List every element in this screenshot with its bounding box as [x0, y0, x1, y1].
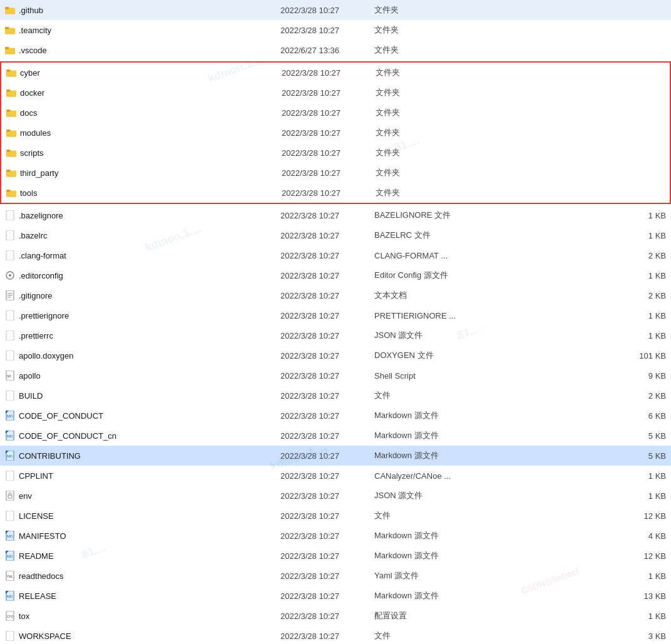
file-icon	[5, 210, 15, 220]
list-item[interactable]: env 2022/3/28 10:27 JSON 源文件 1 KB	[0, 486, 671, 506]
svg-rect-67	[6, 471, 14, 481]
list-item[interactable]: modules 2022/3/28 10:27 文件夹	[1, 123, 670, 143]
file-type: 文件	[374, 510, 616, 521]
list-item[interactable]: CPPLINT 2022/3/28 10:27 CANalyzer/CANoe …	[0, 466, 671, 486]
file-size: 1 KB	[616, 271, 666, 280]
list-item[interactable]: BUILD 2022/3/28 10:27 文件 2 KB	[0, 386, 671, 406]
file-date: 2022/3/28 10:27	[280, 311, 374, 320]
file-size: 2 KB	[616, 251, 666, 260]
svg-rect-31	[6, 150, 10, 151]
list-item[interactable]: LICENSE 2022/3/28 10:27 文件 12 KB	[0, 506, 671, 526]
list-item[interactable]: .github 2022/3/28 10:27 文件夹	[0, 0, 671, 20]
file-date: 2022/3/28 10:27	[280, 371, 374, 381]
file-size: 2 KB	[616, 291, 666, 300]
list-item[interactable]: WORKSPACE 2022/3/28 10:27 文件 3 KB	[0, 626, 671, 644]
file-name: LICENSE	[5, 511, 280, 521]
file-date: 2022/3/28 10:27	[280, 391, 374, 401]
file-type: 配置设置	[374, 610, 616, 621]
list-item[interactable]: .clang-format 2022/3/28 10:27 CLANG-FORM…	[0, 245, 671, 265]
svg-text:MD: MD	[7, 434, 13, 438]
list-item[interactable]: third_party 2022/3/28 10:27 文件夹	[1, 163, 670, 183]
svg-text:MD: MD	[7, 595, 13, 598]
file-size: 1 KB	[616, 471, 666, 481]
file-date: 2022/3/28 10:27	[280, 531, 374, 541]
folder-icon	[6, 128, 16, 138]
file-type: JSON 源文件	[374, 330, 616, 341]
file-size: 4 KB	[616, 531, 666, 541]
folder-icon	[6, 108, 16, 118]
file-type: BAZELIGNORE 文件	[374, 210, 616, 221]
file-name: MD MANIFESTO	[5, 531, 280, 541]
file-type: 文件夹	[374, 44, 616, 56]
svg-rect-70	[6, 511, 14, 521]
file-date: 2022/3/28 10:27	[280, 26, 374, 35]
file-name: scripts	[6, 148, 282, 158]
folder-icon	[5, 45, 15, 55]
file-name: .gitignore	[5, 290, 280, 300]
file-icon	[5, 310, 15, 320]
markdown-icon: MD	[5, 411, 15, 421]
svg-rect-42	[6, 250, 14, 260]
file-date: 2022/6/27 13:36	[280, 46, 374, 55]
list-item[interactable]: tools 2022/3/28 10:27 文件夹	[1, 183, 670, 203]
list-item[interactable]: MD RELEASE 2022/3/28 10:27 Markdown 源文件 …	[0, 586, 671, 606]
list-item[interactable]: CFG tox 2022/3/28 10:27 配置设置 1 KB	[0, 606, 671, 626]
list-item[interactable]: .editorconfig 2022/3/28 10:27 Editor Con…	[0, 265, 671, 285]
file-name: MD CODE_OF_CONDUCT_cn	[5, 431, 280, 441]
file-type: Markdown 源文件	[374, 430, 616, 441]
list-item[interactable]: .teamcity 2022/3/28 10:27 文件夹	[0, 20, 671, 40]
list-item[interactable]: MD CODE_OF_CONDUCT_cn 2022/3/28 10:27 Ma…	[0, 426, 671, 446]
file-size: 1 KB	[616, 611, 666, 621]
file-date: 2022/3/28 10:27	[280, 451, 374, 461]
file-name: tools	[6, 188, 282, 198]
file-date: 2022/3/28 10:27	[282, 168, 376, 178]
file-date: 2022/3/28 10:27	[280, 351, 374, 360]
list-item[interactable]: .bazelignore 2022/3/28 10:27 BAZELIGNORE…	[0, 205, 671, 225]
list-item[interactable]: MD README 2022/3/28 10:27 Markdown 源文件 1…	[0, 546, 671, 566]
file-date: 2022/3/28 10:27	[280, 471, 374, 481]
file-type: 文件夹	[376, 167, 615, 178]
file-size: 5 KB	[616, 451, 666, 461]
list-item[interactable]: MD CONTRIBUTING 2022/3/28 10:27 Markdown…	[0, 446, 671, 466]
svg-text:MD: MD	[7, 414, 13, 418]
list-item[interactable]: SH apollo 2022/3/28 10:27 Shell Script 9…	[0, 365, 671, 386]
file-type: 文件夹	[376, 107, 615, 118]
list-item[interactable]: .prettierrc 2022/3/28 10:27 JSON 源文件 1 K…	[0, 325, 671, 345]
file-type: CLANG-FORMAT ...	[374, 251, 616, 260]
folder-icon	[6, 68, 16, 78]
file-size: 101 KB	[616, 351, 666, 360]
file-icon	[5, 511, 15, 521]
file-name: third_party	[6, 168, 282, 178]
list-item[interactable]: YML readthedocs 2022/3/28 10:27 Yaml 源文件…	[0, 566, 671, 586]
file-date: 2022/3/28 10:27	[280, 431, 374, 441]
list-item[interactable]: .prettierignore 2022/3/28 10:27 PRETTIER…	[0, 305, 671, 325]
list-item[interactable]: MD MANIFESTO 2022/3/28 10:27 Markdown 源文…	[0, 526, 671, 546]
list-item[interactable]: .vscode 2022/6/27 13:36 文件夹	[0, 40, 671, 60]
list-item[interactable]: apollo.doxygen 2022/3/28 10:27 DOXYGEN 文…	[0, 345, 671, 365]
list-item[interactable]: docker 2022/3/28 10:27 文件夹	[1, 83, 670, 103]
file-size: 1 KB	[616, 331, 666, 340]
file-name: MD CONTRIBUTING	[5, 451, 280, 461]
svg-text:SH: SH	[7, 374, 11, 378]
file-name: BUILD	[5, 391, 280, 401]
file-rows-container: .github 2022/3/28 10:27 文件夹 .teamcity 20…	[0, 0, 671, 644]
svg-rect-51	[6, 350, 14, 360]
file-type: 文件夹	[374, 4, 616, 16]
folder-icon	[5, 5, 15, 15]
list-item[interactable]: cyber 2022/3/28 10:27 文件夹	[1, 63, 670, 83]
file-name: MD CODE_OF_CONDUCT	[5, 411, 280, 421]
file-type: 文本文档	[374, 290, 616, 301]
file-type: 文件夹	[374, 24, 616, 36]
file-type: Editor Config 源文件	[374, 270, 616, 281]
list-item[interactable]: scripts 2022/3/28 10:27 文件夹	[1, 143, 670, 163]
list-item[interactable]: .bazelrc 2022/3/28 10:27 BAZELRC 文件 1 KB	[0, 225, 671, 245]
file-date: 2022/3/28 10:27	[280, 611, 374, 621]
list-item[interactable]: docs 2022/3/28 10:27 文件夹	[1, 103, 670, 123]
file-name: .github	[5, 5, 280, 15]
svg-rect-19	[6, 89, 10, 91]
file-name: .clang-format	[5, 250, 280, 260]
list-item[interactable]: MD CODE_OF_CONDUCT 2022/3/28 10:27 Markd…	[0, 406, 671, 426]
file-date: 2022/3/28 10:27	[282, 188, 376, 198]
list-item[interactable]: .gitignore 2022/3/28 10:27 文本文档 2 KB	[0, 285, 671, 305]
highlighted-folder-group: cyber 2022/3/28 10:27 文件夹 docker 2022/3/…	[0, 61, 671, 204]
